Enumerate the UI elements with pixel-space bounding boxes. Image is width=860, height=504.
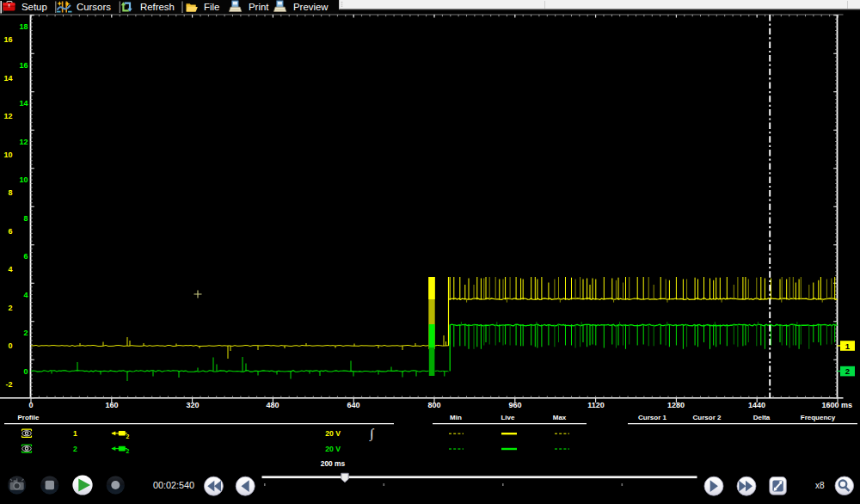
svg-text:Print: Print (249, 2, 269, 12)
svg-text:2: 2 (845, 366, 850, 376)
svg-text:Live: Live (501, 414, 515, 421)
svg-text:Delta: Delta (753, 414, 771, 421)
svg-text:1: 1 (73, 429, 77, 438)
svg-text:960: 960 (508, 401, 521, 409)
svg-text:1: 1 (845, 341, 851, 351)
svg-text:6: 6 (23, 252, 28, 261)
svg-text:File: File (204, 2, 219, 12)
svg-text:2: 2 (23, 329, 28, 337)
svg-text:1440: 1440 (748, 401, 765, 409)
svg-text:Refresh: Refresh (140, 2, 175, 12)
svg-text:8: 8 (23, 214, 28, 223)
svg-text:0: 0 (28, 401, 33, 409)
svg-text:00:02:540: 00:02:540 (153, 480, 194, 490)
svg-text:14: 14 (3, 74, 12, 83)
svg-text:640: 640 (347, 401, 359, 409)
svg-text:160: 160 (105, 401, 118, 409)
svg-text:2: 2 (126, 448, 130, 454)
svg-text:480: 480 (266, 401, 279, 409)
svg-text:Preview: Preview (293, 2, 329, 12)
svg-text:0: 0 (8, 341, 12, 350)
svg-text:0: 0 (23, 367, 28, 376)
svg-text:2: 2 (73, 445, 77, 453)
svg-text:8: 8 (8, 188, 12, 197)
svg-text:-2: -2 (5, 380, 12, 389)
svg-text:2: 2 (8, 304, 12, 312)
svg-text:Cursor 2: Cursor 2 (693, 414, 722, 421)
svg-text:20 V: 20 V (325, 445, 341, 453)
svg-text:Frequency: Frequency (801, 414, 836, 421)
svg-text:Profile: Profile (18, 414, 40, 421)
svg-text:x8: x8 (815, 481, 825, 490)
svg-text:Max: Max (553, 414, 567, 421)
svg-text:12: 12 (19, 138, 28, 146)
svg-text:200 ms: 200 ms (321, 459, 346, 468)
svg-text:1120: 1120 (587, 401, 605, 409)
svg-text:Min: Min (450, 414, 462, 421)
svg-text:16: 16 (3, 35, 12, 44)
svg-text:Cursor 1: Cursor 1 (638, 414, 666, 421)
svg-text:16: 16 (19, 61, 28, 70)
svg-text:10: 10 (19, 175, 28, 184)
svg-text:12: 12 (3, 112, 12, 120)
svg-text:800: 800 (427, 401, 440, 409)
svg-text:Cursors: Cursors (77, 2, 111, 12)
svg-text:20 V: 20 V (325, 429, 341, 438)
svg-text:6: 6 (8, 227, 12, 236)
svg-text:Setup: Setup (22, 2, 47, 12)
svg-text:10: 10 (3, 151, 12, 159)
svg-text:18: 18 (19, 22, 28, 31)
svg-text:14: 14 (19, 99, 28, 108)
svg-text:4: 4 (8, 265, 12, 274)
svg-text:320: 320 (186, 401, 199, 409)
svg-text:1280: 1280 (667, 401, 685, 409)
svg-text:4: 4 (23, 291, 28, 299)
svg-text:1600 ms: 1600 ms (821, 401, 852, 409)
svg-text:2: 2 (126, 433, 130, 439)
